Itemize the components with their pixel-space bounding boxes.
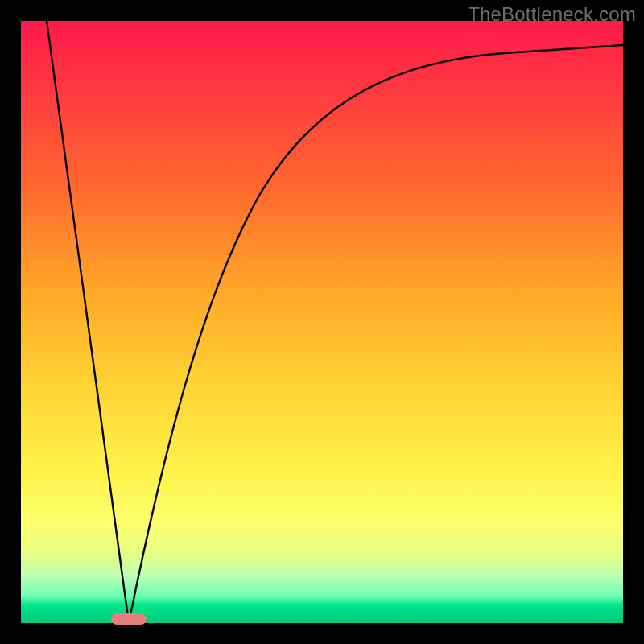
bottleneck-curve <box>21 21 623 623</box>
curve-left-branch <box>47 21 129 623</box>
curve-right-branch <box>129 45 623 623</box>
chart-frame: TheBottleneck.com <box>0 0 644 644</box>
plot-area <box>21 21 623 623</box>
optimal-marker <box>111 613 147 625</box>
watermark-text: TheBottleneck.com <box>468 3 636 26</box>
